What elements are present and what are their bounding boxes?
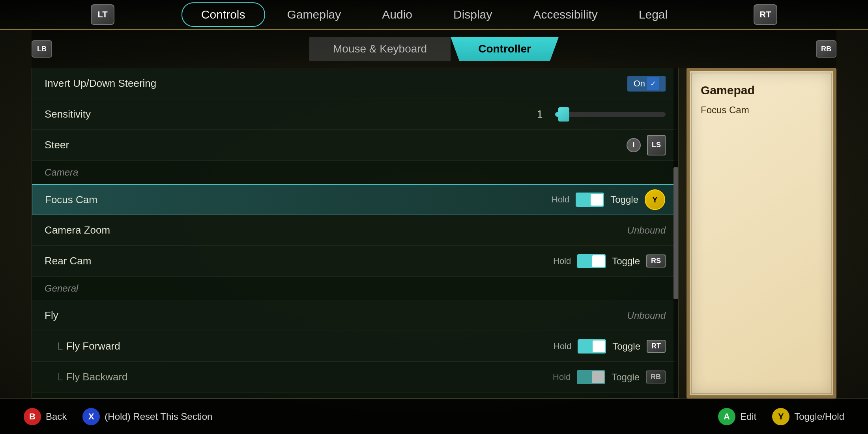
setting-label-fly-backward: LFly Backward: [45, 371, 553, 383]
slider-track[interactable]: [555, 112, 666, 117]
section-label-camera: Camera: [45, 167, 78, 178]
b-button[interactable]: B: [24, 408, 41, 425]
toggle-label-fly-forward: Toggle: [612, 341, 640, 352]
setting-label-fly: Fly: [45, 309, 627, 322]
unbound-text-fly: Unbound: [627, 310, 666, 321]
edit-control[interactable]: A Edit: [718, 408, 756, 425]
setting-label-sensitivity: Sensitivity: [45, 108, 537, 120]
setting-value-steer: i LS: [627, 135, 666, 155]
edit-label: Edit: [740, 411, 756, 422]
tab-display[interactable]: Display: [434, 3, 511, 26]
setting-row-fly-forward[interactable]: LFly Forward Hold Toggle RT: [32, 331, 678, 362]
toggle-track-fly-forward[interactable]: [578, 339, 606, 354]
rt-badge: RT: [647, 340, 666, 353]
tab-gameplay[interactable]: Gameplay: [268, 3, 360, 26]
hold-label-fly-forward: Hold: [554, 341, 571, 352]
setting-value-invert: On ✓: [627, 76, 666, 92]
sub-tabs-row: LB Mouse & Keyboard Controller RB: [32, 30, 836, 68]
y-button[interactable]: Y: [772, 408, 789, 425]
x-button[interactable]: X: [82, 408, 100, 425]
toggle-label-focus: Toggle: [610, 194, 638, 205]
tab-audio[interactable]: Audio: [363, 3, 431, 26]
on-badge: On ✓: [627, 76, 666, 92]
setting-label-invert: Invert Up/Down Steering: [45, 77, 627, 90]
toggle-knob-focus: [591, 194, 603, 206]
back-control[interactable]: B Back: [24, 408, 67, 425]
setting-row-sensitivity[interactable]: Sensitivity 1: [32, 99, 678, 130]
hold-label-focus: Hold: [552, 195, 569, 205]
nav-tabs: Controls Gameplay Audio Display Accessib…: [181, 2, 687, 27]
top-navigation: LT Controls Gameplay Audio Display Acces…: [0, 0, 868, 30]
setting-row-camera-zoom[interactable]: Camera Zoom Unbound: [32, 215, 678, 246]
setting-row-rear-cam[interactable]: Rear Cam Hold Toggle RS: [32, 246, 678, 277]
rb-button[interactable]: RB: [816, 40, 836, 58]
ls-badge: LS: [647, 135, 666, 155]
setting-value-fly-forward: Hold Toggle RT: [554, 339, 666, 354]
toggle-label-fly-backward: Toggle: [612, 372, 640, 383]
setting-row-fly-backward[interactable]: LFly Backward Hold Toggle RB: [32, 362, 678, 393]
bottom-controls-right: A Edit Y Toggle/Hold: [718, 408, 844, 425]
toggle-track-fly-backward[interactable]: [577, 370, 605, 384]
setting-row-steer[interactable]: Steer i LS: [32, 130, 678, 161]
tab-accessibility[interactable]: Accessibility: [514, 3, 616, 26]
tab-controls[interactable]: Controls: [181, 2, 265, 27]
sensitivity-value: 1: [537, 108, 549, 120]
setting-value-fly-backward: Hold Toggle RB: [553, 370, 666, 384]
main-content: Invert Up/Down Steering On ✓ Sensitivity…: [32, 68, 836, 398]
section-label-general: General: [45, 283, 78, 294]
section-header-camera: Camera: [32, 161, 678, 184]
bottom-controls-left: B Back X (Hold) Reset This Section: [24, 408, 212, 425]
toggle-hold-label: Toggle/Hold: [794, 411, 844, 422]
lb-button[interactable]: LB: [32, 40, 52, 58]
info-icon[interactable]: i: [627, 138, 641, 152]
section-header-general: General: [32, 277, 678, 300]
setting-label-camera-zoom: Camera Zoom: [45, 224, 627, 236]
toggle-track-rear[interactable]: [577, 254, 606, 268]
info-panel-text: Focus Cam: [701, 103, 822, 117]
scrollbar[interactable]: [673, 68, 678, 398]
bottom-bar: B Back X (Hold) Reset This Section A Edi…: [0, 398, 868, 434]
setting-row-invert[interactable]: Invert Up/Down Steering On ✓: [32, 68, 678, 99]
info-panel: Gamepad Focus Cam: [687, 68, 836, 398]
back-label: Back: [46, 411, 67, 422]
setting-value-sensitivity: 1: [537, 108, 666, 120]
toggle-knob-rear: [592, 255, 605, 267]
info-panel-title: Gamepad: [701, 84, 822, 97]
reset-control[interactable]: X (Hold) Reset This Section: [82, 408, 212, 425]
setting-value-camera-zoom: Unbound: [627, 225, 666, 236]
setting-value-focus-cam: Hold Toggle Y: [552, 189, 665, 210]
toggle-knob-fly-forward: [593, 340, 605, 352]
tab-legal[interactable]: Legal: [620, 3, 687, 26]
toggle-label-rear: Toggle: [612, 256, 640, 267]
subtab-mouse-keyboard[interactable]: Mouse & Keyboard: [309, 37, 451, 61]
setting-label-rear-cam: Rear Cam: [45, 255, 553, 267]
hold-label-rear: Hold: [553, 256, 571, 266]
rt-button[interactable]: RT: [754, 4, 777, 25]
slider-thumb[interactable]: [558, 107, 569, 122]
checkmark-icon: ✓: [647, 77, 659, 90]
rb-badge: RB: [646, 370, 666, 383]
scrollbar-thumb[interactable]: [673, 167, 678, 299]
subtab-controller[interactable]: Controller: [451, 37, 559, 61]
setting-value-rear-cam: Hold Toggle RS: [553, 254, 666, 268]
toggle-hold-control[interactable]: Y Toggle/Hold: [772, 408, 844, 425]
setting-value-fly: Unbound: [627, 310, 666, 321]
a-button[interactable]: A: [718, 408, 735, 425]
setting-label-fly-forward: LFly Forward: [45, 340, 554, 352]
hold-label-fly-backward: Hold: [553, 372, 571, 382]
setting-row-fly[interactable]: Fly Unbound: [32, 300, 678, 331]
setting-label-focus-cam: Focus Cam: [45, 194, 552, 206]
sub-tabs: Mouse & Keyboard Controller: [309, 37, 559, 61]
unbound-text-zoom: Unbound: [627, 225, 666, 236]
toggle-track-focus[interactable]: [576, 193, 604, 207]
reset-label: (Hold) Reset This Section: [105, 411, 212, 422]
y-button-badge: Y: [645, 189, 665, 210]
setting-row-focus-cam[interactable]: Focus Cam Hold Toggle Y: [32, 184, 678, 215]
setting-label-steer: Steer: [45, 139, 627, 151]
toggle-knob-fly-backward: [592, 371, 604, 383]
lt-button[interactable]: LT: [91, 4, 114, 25]
settings-panel: Invert Up/Down Steering On ✓ Sensitivity…: [32, 68, 679, 398]
rs-badge: RS: [646, 254, 666, 268]
